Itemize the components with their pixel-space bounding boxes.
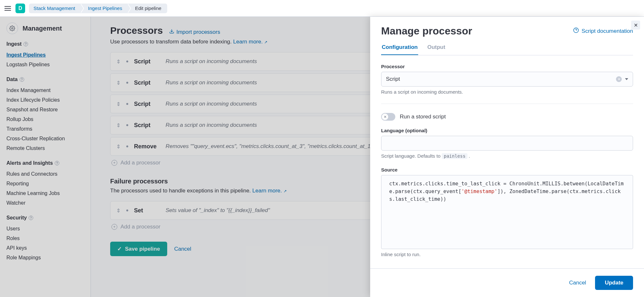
bullet-icon: [126, 145, 128, 147]
flyout-cancel-button[interactable]: Cancel: [566, 276, 589, 290]
sidebar: Management Ingest ? Ingest Pipelines Log…: [0, 17, 91, 297]
bullet-icon: [126, 209, 128, 211]
stored-script-toggle[interactable]: ✕: [381, 113, 395, 121]
drag-handle-icon[interactable]: ⇕: [116, 208, 120, 214]
bullet-icon: [126, 82, 128, 84]
processor-name: Set: [134, 207, 160, 214]
manage-processor-flyout: ✕ Manage processor Script documentation …: [370, 17, 644, 297]
processor-name: Script: [134, 58, 160, 65]
external-link-icon: ↗: [284, 189, 287, 193]
sidebar-section-data: Data ?: [6, 77, 84, 82]
divider: [381, 104, 633, 104]
sidebar-item-ingest-pipelines[interactable]: Ingest Pipelines: [6, 50, 84, 60]
import-processors-link[interactable]: Import processors: [169, 29, 220, 35]
gear-icon: [6, 23, 18, 34]
flyout-update-button[interactable]: Update: [595, 276, 633, 290]
external-link-icon: ↗: [264, 40, 267, 44]
help-icon[interactable]: ?: [24, 42, 28, 46]
source-field-label: Source: [381, 167, 633, 172]
processor-field-label: Processor: [381, 64, 633, 69]
sidebar-item-api-keys[interactable]: API keys: [6, 243, 84, 253]
bullet-icon: [126, 124, 128, 126]
breadcrumb-item[interactable]: Stack Management: [29, 4, 81, 13]
plus-circle-icon: +: [111, 224, 117, 230]
drag-handle-icon[interactable]: ⇕: [116, 59, 120, 65]
drag-handle-icon[interactable]: ⇕: [116, 122, 120, 128]
sidebar-item-remote-clusters[interactable]: Remote Clusters: [6, 144, 84, 153]
help-circle-icon: [573, 27, 579, 35]
top-bar: D Stack Management Ingest Pipelines Edit…: [0, 0, 644, 17]
import-icon: [169, 29, 174, 35]
processor-name: Script: [134, 122, 160, 129]
help-icon[interactable]: ?: [20, 77, 24, 82]
sidebar-item-users[interactable]: Users: [6, 224, 84, 234]
plus-circle-icon: +: [111, 160, 117, 166]
sidebar-section-ingest: Ingest ?: [6, 41, 84, 47]
language-field-label: Language (optional): [381, 128, 633, 133]
sidebar-title: Management: [23, 25, 62, 32]
sidebar-item-ilm[interactable]: Index Lifecycle Policies: [6, 95, 84, 105]
script-documentation-link[interactable]: Script documentation: [573, 27, 633, 35]
processor-description: Runs a script on incoming documents: [166, 101, 257, 107]
processor-select-value: Script: [386, 76, 400, 82]
breadcrumb-item-current: Edit pipeline: [128, 4, 167, 13]
sidebar-item-ccr[interactable]: Cross-Cluster Replication: [6, 134, 84, 144]
drag-handle-icon[interactable]: ⇕: [116, 144, 120, 150]
sidebar-item-roles[interactable]: Roles: [6, 234, 84, 243]
sidebar-item-watcher[interactable]: Watcher: [6, 198, 84, 208]
page-title: Processors: [110, 25, 163, 36]
close-icon: ✕: [634, 22, 638, 28]
processor-name: Script: [134, 101, 160, 107]
language-input[interactable]: [381, 136, 633, 151]
bullet-icon: [126, 60, 128, 62]
processor-name: Remove: [134, 143, 160, 150]
cancel-button[interactable]: Cancel: [174, 246, 191, 252]
flyout-title: Manage processor: [381, 25, 472, 37]
save-pipeline-button[interactable]: ✓ Save pipeline: [110, 242, 167, 256]
processor-help-text: Runs a script on incoming documents.: [381, 89, 633, 95]
tab-output[interactable]: Output: [427, 44, 446, 55]
toggle-knob: ✕: [382, 114, 388, 120]
bullet-icon: [126, 103, 128, 105]
breadcrumb: Stack Management Ingest Pipelines Edit p…: [29, 4, 167, 13]
user-avatar[interactable]: D: [15, 4, 25, 13]
sidebar-item-snapshot-restore[interactable]: Snapshot and Restore: [6, 105, 84, 115]
sidebar-item-logstash-pipelines[interactable]: Logstash Pipelines: [6, 60, 84, 70]
sidebar-item-rules-connectors[interactable]: Rules and Connectors: [6, 169, 84, 179]
clear-icon[interactable]: ✕: [616, 76, 622, 82]
sidebar-item-index-management[interactable]: Index Management: [6, 86, 84, 95]
sidebar-item-role-mappings[interactable]: Role Mappings: [6, 253, 84, 263]
chevron-down-icon: [625, 78, 628, 80]
nav-toggle-icon[interactable]: [4, 5, 12, 12]
language-help-text: Script language. Defaults to painless .: [381, 153, 633, 159]
help-icon[interactable]: ?: [29, 216, 33, 220]
svg-point-0: [12, 28, 13, 29]
processor-description: Runs a script on incoming documents: [166, 122, 257, 128]
learn-more-link[interactable]: Learn more. ↗: [252, 188, 286, 194]
drag-handle-icon[interactable]: ⇕: [116, 101, 120, 107]
processor-description: Runs a script on incoming documents: [166, 79, 257, 86]
sidebar-section-security: Security ?: [6, 215, 84, 221]
close-button[interactable]: ✕: [631, 21, 640, 30]
flyout-tabs: Configuration Output: [381, 44, 633, 55]
processor-description: Runs a script on incoming documents: [166, 58, 257, 65]
drag-handle-icon[interactable]: ⇕: [116, 80, 120, 86]
breadcrumb-item[interactable]: Ingest Pipelines: [81, 4, 128, 13]
processor-description: Sets value of "_index" to "{{_index}}_fa…: [166, 207, 270, 214]
tab-configuration[interactable]: Configuration: [381, 44, 418, 55]
sidebar-item-transforms[interactable]: Transforms: [6, 124, 84, 134]
source-help-text: Inline script to run.: [381, 252, 633, 257]
sidebar-section-alerts: Alerts and Insights ?: [6, 160, 84, 166]
stored-script-label: Run a stored script: [400, 114, 446, 120]
learn-more-link[interactable]: Learn more. ↗: [233, 39, 267, 45]
processor-select[interactable]: Script ✕: [381, 72, 633, 87]
check-icon: ✓: [117, 246, 122, 252]
flyout-footer: Cancel Update: [370, 268, 644, 297]
source-code-editor[interactable]: ctx.metrics.clicks.time_to_last_click = …: [381, 175, 633, 249]
sidebar-item-reporting[interactable]: Reporting: [6, 179, 84, 189]
sidebar-item-ml-jobs[interactable]: Machine Learning Jobs: [6, 189, 84, 198]
sidebar-item-rollup-jobs[interactable]: Rollup Jobs: [6, 115, 84, 124]
processor-name: Script: [134, 79, 160, 86]
help-icon[interactable]: ?: [55, 161, 59, 165]
processor-description: Removes ""query_event.ecs", "metrics.cli…: [166, 143, 381, 150]
